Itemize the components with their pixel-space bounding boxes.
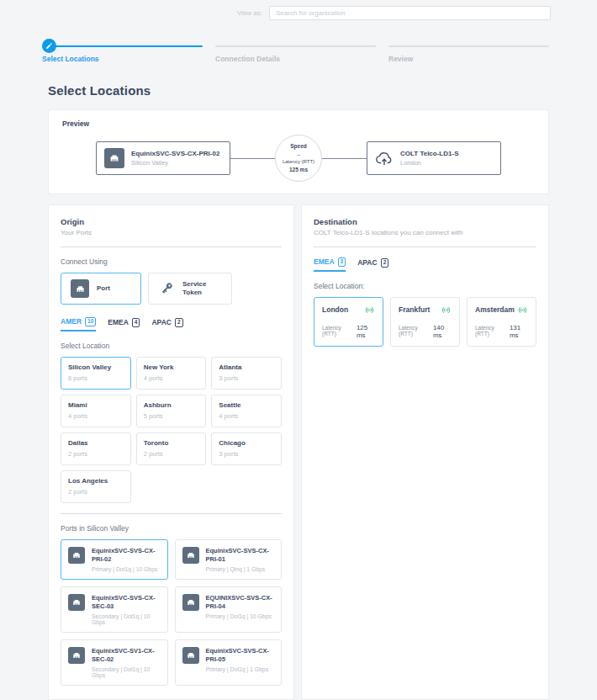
origin-title: Origin [61,217,282,226]
location-card-atlanta[interactable]: Atlanta 3 ports [211,357,282,390]
preview-origin-location: Silicon Valley [131,159,219,167]
port-name: EquinixSVC-SVS-CX-PRI-01 [206,547,275,564]
latency-value: 140 ms [433,324,452,339]
preview-destination-location: London [400,159,458,167]
destination-card-amsterdam[interactable]: Amsterdam Latency (RTT) 131 ms [467,297,536,347]
connect-option-port[interactable]: Port [61,273,141,305]
destination-name: Amsterdam [475,305,515,314]
latency-value: 125 ms [289,166,308,174]
location-name: Chicago [219,439,274,447]
destination-card-frankfurt[interactable]: Frankfurt Latency (RTT) 140 ms [390,297,460,347]
step-review[interactable]: Review [388,37,549,63]
connector-line [230,158,275,159]
key-icon [158,280,175,297]
port-details: Primary | Dot1q | 10 Gbps [206,613,275,619]
connect-options: Port Service Token [61,273,282,305]
tab-emea[interactable]: EMEA 4 [108,317,140,331]
divider [61,513,282,514]
tab-amer[interactable]: AMER 10 [61,317,96,331]
preview-destination-node: COLT Telco-LD1-S London [367,141,501,175]
connector-line [322,158,367,159]
latency-label: Latency (RTT) [322,325,351,337]
location-port-count: 4 ports [219,412,274,420]
view-as-label: View as: [237,9,262,17]
location-card-seattle[interactable]: Seattle 4 ports [211,395,282,427]
port-details: Secondary | Dot1q | 10 Gbps [92,613,161,625]
ports-grid: EquinixSVC-SVS-CX-PRI-02 Primary | Dot1q… [61,539,282,687]
divider [61,247,282,247]
origin-region-tabs: AMER 10 EMEA 4 APAC 2 [61,317,282,331]
location-port-count: 4 ports [144,374,199,382]
location-card-dallas[interactable]: Dallas 2 ports [61,432,131,465]
tab-label: EMEA [108,318,129,326]
latency-label: Latency (RTT) [283,158,314,166]
port-card[interactable]: EquinixSVC-SVS-CX-PRI-01 Primary | Qinq … [175,539,283,580]
step-label: Select Locations [42,55,203,63]
destination-panel: Destination COLT Telco-LD1-S locations y… [301,204,549,700]
location-name: Atlanta [219,363,274,371]
preview-diagram: EquinixSVC-SVS-CX-PRI-02 Silicon Valley … [62,135,535,182]
tab-apac-destination[interactable]: APAC 2 [357,257,388,272]
destination-name: London [322,305,348,314]
location-port-count: 2 ports [68,450,124,458]
port-card[interactable]: EquinixSVC-SVS-CX-PRI-05 Primary | Dot1q… [175,639,283,686]
organization-search-input[interactable] [269,6,551,20]
port-details: Primary | Dot1q | 1 Gbps [206,666,275,672]
location-card-miami[interactable]: Miami 4 ports [61,395,131,427]
port-icon [68,647,85,664]
select-location-label: Select Location [61,342,282,350]
location-port-count: 4 ports [68,412,124,420]
location-name: Toronto [144,439,199,447]
tab-emea-destination[interactable]: EMEA 3 [314,257,346,272]
page: View as: Select Locations Connection Det… [0,0,597,700]
port-name: EquinixSVC-SV1-CX-SEC-02 [92,647,161,664]
ports-section-label: Ports in Silicon Valley [61,524,282,533]
port-card[interactable]: EquinixSVC-SV1-CX-SEC-02 Secondary | Dot… [61,639,168,686]
tab-apac[interactable]: APAC 2 [151,317,182,331]
tab-count-badge: 4 [132,318,140,327]
location-name: Miami [68,401,124,409]
location-name: New York [144,363,199,371]
step-progress-bar [388,45,549,47]
speed-latency-badge: Speed – Latency (RTT) 125 ms [275,135,322,182]
location-card-toronto[interactable]: Toronto 2 ports [136,432,207,465]
port-card[interactable]: EquinixSVC-SVS-CX-PRI-02 Primary | Dot1q… [61,539,168,580]
destination-card-london[interactable]: London Latency (RTT) 125 ms [314,297,383,347]
preview-origin-name: EquinixSVC-SVS-CX-PRI-02 [131,150,219,158]
port-details: Primary | Dot1q | 10 Gbps [92,566,161,572]
step-connection-details[interactable]: Connection Details [215,37,376,63]
location-card-silicon-valley[interactable]: Silicon Valley 6 ports [61,357,131,390]
location-port-count: 6 ports [68,374,124,382]
pencil-icon [45,42,53,50]
preview-destination-name: COLT Telco-LD1-S [400,150,458,158]
port-card[interactable]: EquinixSVC-SVS-CX-SEC-03 Secondary | Dot… [61,586,168,633]
step-label: Connection Details [215,55,376,63]
edit-step-icon [42,39,56,53]
tab-count-badge: 2 [381,258,389,268]
location-port-count: 3 ports [219,450,274,458]
connect-option-label: Port [97,284,110,293]
destination-select-location-label: Select Location: [314,282,536,290]
panels-row: Origin Your Ports Connect Using Port Ser… [48,204,549,700]
tab-count-badge: 2 [175,318,183,327]
location-port-count: 5 ports [144,412,199,420]
preview-label: Preview [62,119,535,128]
port-name: EquinixSVC-SVS-CX-PRI-02 [92,547,161,564]
port-icon [68,547,85,564]
location-card-chicago[interactable]: Chicago 3 ports [211,432,282,465]
location-card-los-angeles[interactable]: Los Angeles 2 ports [61,470,131,503]
tab-label: EMEA [314,257,335,266]
connect-option-service-token[interactable]: Service Token [148,273,232,305]
origin-subtitle: Your Ports [61,229,282,236]
location-port-count: 3 ports [219,374,274,382]
location-card-new-york[interactable]: New York 4 ports [136,357,207,390]
connect-option-label: Service Token [182,280,222,298]
step-label: Review [388,55,549,63]
location-card-ashburn[interactable]: Ashburn 5 ports [136,395,207,427]
port-icon [182,647,199,664]
preview-origin-node: EquinixSVC-SVS-CX-PRI-02 Silicon Valley [96,141,230,175]
port-details: Secondary | Dot1q | 10 Gbps [92,666,161,678]
signal-icon [441,305,452,316]
port-card[interactable]: EQUINIXSVC-SVS-CX-PRI-04 Primary | Dot1q… [175,586,283,633]
step-select-locations[interactable]: Select Locations [42,37,203,63]
